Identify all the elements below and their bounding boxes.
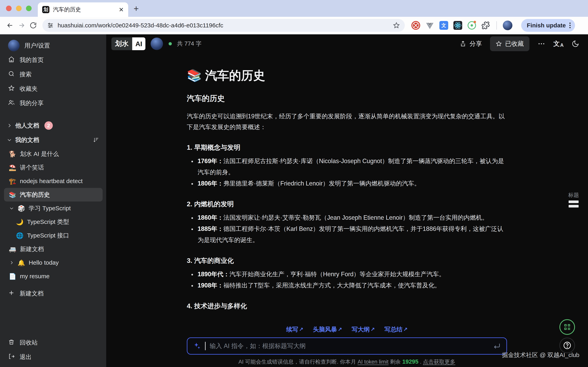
ion-extension-icon[interactable] [467, 21, 477, 30]
browser-toolbar: huashuiai.com/work/c0e02449-523d-48dc-a4… [0, 17, 588, 34]
url-text: huashuiai.com/work/c0e02449-523d-48dc-a4… [58, 22, 393, 29]
users-icon [8, 99, 15, 107]
browser-tab[interactable]: 划 汽车的历史 ✕ [38, 2, 128, 17]
group-label: 我的文档 [15, 136, 39, 144]
document-heading: 汽车的历史 [187, 93, 507, 104]
site-settings-icon[interactable] [47, 22, 54, 29]
favorited-button[interactable]: 已收藏 [490, 36, 529, 51]
ai-action-brainstorm[interactable]: 头脑风暴↗ [313, 325, 342, 334]
new-document-button[interactable]: 新建文档 [0, 286, 106, 301]
ai-action-write-summary[interactable]: 写总结↗ [384, 325, 408, 334]
document-outline[interactable]: 标题 [562, 192, 585, 208]
collaborator-avatar[interactable] [151, 38, 163, 50]
google-translate-extension-icon[interactable]: 文 [439, 21, 448, 30]
finish-update-button[interactable]: Finish update [521, 19, 575, 32]
doc-label: TypeScript 类型 [27, 218, 69, 226]
chevron-right-icon [7, 123, 12, 128]
favorited-label: 已收藏 [505, 40, 524, 48]
huashui-ai-logo[interactable]: 划水 AI [111, 37, 145, 50]
sidebar-doc-typescript-types[interactable]: 🌙 TypeScript 类型 [4, 215, 102, 229]
more-options-icon[interactable] [537, 40, 545, 48]
share-icon [460, 40, 466, 47]
sidebar-doc-hello-today[interactable]: 🔔 Hello today [4, 256, 102, 269]
doc-label: Hello today [29, 259, 59, 266]
qr-code-icon [563, 323, 571, 331]
sidebar-group-others-docs[interactable]: 他人文档 2 [0, 118, 106, 133]
globe-emoji-icon: 🌐 [16, 232, 23, 239]
sidebar-doc-my-resume[interactable]: 📄 my resume [4, 269, 102, 283]
sidebar-item-my-shares[interactable]: 我的分享 [0, 96, 106, 110]
section-heading-3: 3. 汽车的商业化 [187, 256, 507, 265]
reload-icon[interactable] [29, 21, 38, 30]
enter-key-icon[interactable] [493, 342, 501, 350]
bell-emoji-icon: 🔔 [17, 259, 25, 266]
external-arrow-icon: ↗ [403, 326, 408, 333]
home-icon [8, 56, 15, 64]
minimize-window-button[interactable] [16, 6, 22, 11]
page-emoji-icon: 📄 [9, 273, 16, 280]
list-item: 1908年：福特推出了T型车，采用流水线生产方式，大大降低了汽车成本，使汽车普及… [196, 280, 507, 291]
van-emoji-icon: 🚐 [9, 246, 16, 253]
document-intro: 汽车的历史可以追溯到19世纪末，经历了多个重要的发展阶段，逐渐从简单的机械装置演… [187, 111, 507, 132]
dice-emoji-icon: 🎲 [17, 205, 25, 212]
list-item: 1769年：法国工程师尼古拉斯·约瑟夫·库诺（Nicolas-Joseph Cu… [196, 155, 507, 178]
token-limit-link[interactable]: AI token limit [358, 359, 389, 365]
tab-title: 汽车的历史 [53, 6, 115, 13]
ai-action-continue-writing[interactable]: 续写↗ [286, 325, 303, 334]
browser-tab-strip: 划 汽车的历史 ✕ + [0, 0, 588, 17]
ai-command-input[interactable]: 输入 AI 指令，如：根据标题写大纲 [187, 337, 507, 355]
bookmark-star-icon[interactable] [393, 22, 400, 29]
back-icon[interactable] [6, 21, 14, 30]
sidebar-doc-tell-a-joke[interactable]: ⛱️ 讲个笑话 [4, 161, 102, 174]
sidebar-item-user-settings[interactable]: 用户/设置 [0, 38, 106, 53]
logo-primary: 划水 [111, 37, 132, 50]
new-tab-button[interactable]: + [134, 4, 139, 14]
juejin-extension-icon[interactable] [411, 21, 420, 30]
window-controls[interactable] [6, 6, 32, 11]
doc-label: my resume [20, 273, 49, 280]
sidebar-item-search[interactable]: 搜索 [0, 67, 106, 82]
close-window-button[interactable] [6, 6, 12, 11]
sidebar-item-label: 我的首页 [20, 56, 44, 64]
sidebar-item-home[interactable]: 我的首页 [0, 53, 106, 67]
group-label: 他人文档 [15, 122, 39, 130]
ai-action-write-outline[interactable]: 写大纲↗ [352, 325, 375, 334]
tab-close-icon[interactable]: ✕ [119, 6, 124, 13]
share-button[interactable]: 分享 [460, 40, 482, 48]
extensions-puzzle-icon[interactable] [481, 21, 490, 30]
sidebar-doc-car-history[interactable]: 📚 汽车的历史 [4, 188, 102, 201]
chrome-menu-icon[interactable] [569, 23, 571, 28]
outline-heading-bar[interactable] [569, 200, 579, 203]
sidebar-item-trash[interactable]: 回收站 [0, 335, 106, 350]
browser-profile-avatar[interactable] [503, 21, 512, 30]
dark-mode-moon-icon[interactable] [571, 40, 579, 48]
extensions-row: 文 Finish update [411, 19, 575, 32]
maximize-window-button[interactable] [26, 6, 32, 11]
editor-header: 划水 AI 共 774 字 分享 已收藏 文A [106, 34, 588, 53]
sidebar-doc-huashui-ai-intro[interactable]: 🐕 划水 AI 是什么 [4, 147, 102, 161]
sidebar-doc-new-document[interactable]: 🚐 新建文档 [4, 242, 102, 256]
external-arrow-icon: ↗ [338, 326, 342, 333]
get-more-tokens-link[interactable]: 点击获取更多 [423, 359, 455, 365]
address-bar[interactable]: huashuiai.com/work/c0e02449-523d-48dc-a4… [43, 19, 405, 32]
trash-label: 回收站 [20, 339, 38, 347]
translate-icon[interactable]: 文A [554, 39, 564, 48]
react-devtools-extension-icon[interactable] [453, 21, 462, 30]
vue-devtools-extension-icon[interactable] [425, 21, 435, 30]
forward-icon[interactable] [17, 21, 26, 30]
document-canvas[interactable]: 📚 汽车的历史 汽车的历史 汽车的历史可以追溯到19世纪末，经历了多个重要的发展… [187, 67, 507, 311]
sidebar-doc-typescript-interfaces[interactable]: 🌐 TypeScript 接口 [4, 229, 102, 242]
list-item: 1860年：法国发明家让·约瑟夫·艾蒂安·勒努瓦（Jean Joseph Eti… [196, 212, 507, 223]
sidebar-group-my-docs[interactable]: 我的文档 [0, 133, 106, 147]
plus-icon [8, 289, 15, 298]
sidebar-item-favorites[interactable]: 收藏夹 [0, 82, 106, 96]
qr-code-button[interactable] [559, 319, 575, 335]
sidebar-item-logout[interactable]: 退出 [0, 350, 106, 364]
sidebar-doc-nodejs-heartbeat[interactable]: 🏗️ nodejs heartbeat detect [4, 174, 102, 188]
sort-icon[interactable] [93, 137, 99, 143]
logout-label: 退出 [20, 353, 32, 361]
question-mark-icon [563, 341, 571, 350]
sidebar-doc-learn-typescript[interactable]: 🎲 学习 TypeScript [4, 201, 102, 215]
outline-heading-bar[interactable] [569, 205, 579, 208]
ai-disclaimer: AI 可能会生成错误信息，请自行检查判断. 你本月 AI token limit… [187, 358, 507, 365]
